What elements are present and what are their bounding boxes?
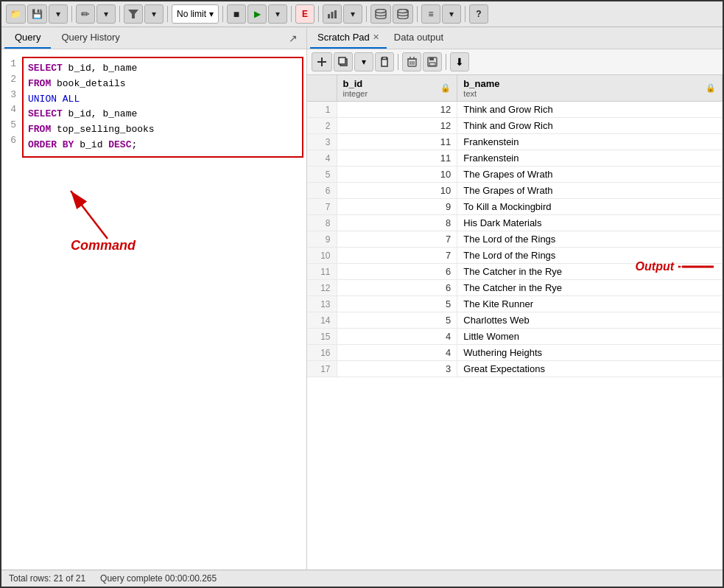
rows-info: Total rows: 21 of 21 <box>9 573 85 584</box>
svg-rect-12 <box>339 57 345 64</box>
tab-query-history[interactable]: Query History <box>51 27 130 49</box>
data-separator-2 <box>446 54 446 70</box>
table-row[interactable]: 154Little Women <box>307 329 723 345</box>
table-row[interactable]: 311Frankenstein <box>307 134 723 150</box>
line-numbers: 1 2 3 4 5 6 <box>4 55 22 158</box>
separator-2 <box>119 6 120 22</box>
tab-query[interactable]: Query <box>4 27 51 49</box>
tab-scratch-pad[interactable]: Scratch Pad ✕ <box>310 27 387 49</box>
edit-button[interactable]: ✏ <box>76 4 95 24</box>
table-header-row: b_id integer 🔒 b_name <box>307 75 723 102</box>
separator-7 <box>366 6 367 22</box>
b_name-cell: To Kill a Mockingbird <box>457 199 723 215</box>
chart-button[interactable] <box>323 4 342 24</box>
line-num-6: 6 <box>7 133 16 149</box>
row-num-cell: 6 <box>307 183 337 199</box>
data-table-container[interactable]: b_id integer 🔒 b_name <box>307 75 723 570</box>
db-stack1-button[interactable] <box>370 4 391 24</box>
save-dropdown-button[interactable]: ▾ <box>49 4 68 24</box>
b_id-cell: 12 <box>337 118 457 134</box>
b_name-cell: Frankenstein <box>457 150 723 167</box>
data-table: b_id integer 🔒 b_name <box>307 75 723 377</box>
main-content: Query Query History ↗ 1 2 3 4 5 6 <box>1 27 723 570</box>
table-row[interactable]: 411Frankenstein <box>307 150 723 167</box>
line-num-4: 4 <box>7 102 16 118</box>
svg-rect-24 <box>429 63 435 66</box>
status-bar: Total rows: 21 of 21 Query complete 00:0… <box>1 570 723 587</box>
b_name-cell: The Catcher in the Rye <box>457 264 723 280</box>
row-num-cell: 13 <box>307 296 337 312</box>
row-num-cell: 12 <box>307 280 337 296</box>
tab-data-output[interactable]: Data output <box>387 27 451 49</box>
toolbar: 📁 💾 ▾ ✏ ▾ ▾ No limit ▾ ■ ▶ ▾ E ▾ <box>1 1 723 27</box>
table-row[interactable]: 610The Grapes of Wrath <box>307 183 723 199</box>
delete-button[interactable] <box>402 52 421 71</box>
filter-button[interactable] <box>124 4 143 24</box>
table-row[interactable]: 212Think and Grow Rich <box>307 118 723 134</box>
add-row-button[interactable] <box>312 52 332 71</box>
table-row[interactable]: 510The Grapes of Wrath <box>307 167 723 183</box>
b_id-cell: 4 <box>337 329 457 345</box>
list-button[interactable]: ≡ <box>421 4 440 24</box>
copy-dropdown-button[interactable]: ▾ <box>354 52 373 71</box>
b_name-lock-icon: 🔒 <box>706 83 716 93</box>
table-row[interactable]: 164Wuthering Heights <box>307 345 723 361</box>
explain-button[interactable]: E <box>295 4 314 24</box>
b_name-cell: The Catcher in the Rye <box>457 280 723 296</box>
no-limit-dropdown[interactable]: No limit ▾ <box>172 4 219 24</box>
row-num-cell: 15 <box>307 329 337 345</box>
separator-9 <box>465 6 465 22</box>
b_name-cell: The Grapes of Wrath <box>457 167 723 183</box>
separator-1 <box>71 6 72 22</box>
table-row[interactable]: 135The Kite Runner <box>307 296 723 312</box>
b_name-cell: The Grapes of Wrath <box>457 183 723 199</box>
b_id-cell: 12 <box>337 102 457 118</box>
row-num-cell: 17 <box>307 361 337 377</box>
table-row[interactable]: 112Think and Grow Rich <box>307 102 723 118</box>
b_name-cell: Great Expectations <box>457 361 723 377</box>
left-tab-bar: Query Query History ↗ <box>1 27 306 49</box>
table-row[interactable]: 97The Lord of the Rings <box>307 231 723 248</box>
save-data-button[interactable] <box>423 52 442 71</box>
open-file-button[interactable]: 📁 <box>6 4 26 24</box>
table-row[interactable]: 116The Catcher in the Rye <box>307 264 723 280</box>
code-line-1: SELECT b_id, b_name <box>28 61 298 77</box>
paste-button[interactable] <box>375 52 394 71</box>
svg-point-4 <box>376 10 386 13</box>
list-dropdown-button[interactable]: ▾ <box>442 4 461 24</box>
row-num-header <box>307 75 337 102</box>
b_name-cell: The Lord of the Rings <box>457 231 723 248</box>
row-num-cell: 5 <box>307 167 337 183</box>
run-button[interactable]: ▶ <box>247 4 267 24</box>
query-editor[interactable]: 1 2 3 4 5 6 SELECT b_id, b_name FROM boo… <box>1 49 306 570</box>
help-button[interactable]: ? <box>469 4 488 24</box>
table-row[interactable]: 126The Catcher in the Rye <box>307 280 723 296</box>
row-num-cell: 16 <box>307 345 337 361</box>
row-num-cell: 10 <box>307 248 337 264</box>
table-row[interactable]: 107The Lord of the Rings <box>307 248 723 264</box>
b_id-cell: 3 <box>337 361 457 377</box>
b_name-cell: Wuthering Heights <box>457 345 723 361</box>
download-button[interactable]: ⬇ <box>450 52 469 71</box>
save-button[interactable]: 💾 <box>27 4 47 24</box>
filter-dropdown-button[interactable]: ▾ <box>144 4 164 24</box>
expand-button[interactable]: ↗ <box>283 29 303 47</box>
b_id-cell: 7 <box>337 248 457 264</box>
db-stack2-button[interactable] <box>393 4 413 24</box>
svg-rect-3 <box>334 10 337 18</box>
run-dropdown-button[interactable]: ▾ <box>268 4 287 24</box>
code-line-2: FROM book_details <box>28 77 298 92</box>
scratch-pad-close[interactable]: ✕ <box>373 32 379 42</box>
table-row[interactable]: 145Charlottes Web <box>307 312 723 329</box>
stop-button[interactable]: ■ <box>227 4 246 24</box>
data-separator-1 <box>398 54 398 70</box>
b_name-cell: Charlottes Web <box>457 312 723 329</box>
b_id-cell: 8 <box>337 215 457 231</box>
table-row[interactable]: 88His Dark Materials <box>307 215 723 231</box>
table-row[interactable]: 173Great Expectations <box>307 361 723 377</box>
b_id-cell: 10 <box>337 183 457 199</box>
table-row[interactable]: 79To Kill a Mockingbird <box>307 199 723 215</box>
copy-button[interactable] <box>334 52 353 71</box>
edit-dropdown-button[interactable]: ▾ <box>96 4 116 24</box>
chart-dropdown-button[interactable]: ▾ <box>343 4 362 24</box>
